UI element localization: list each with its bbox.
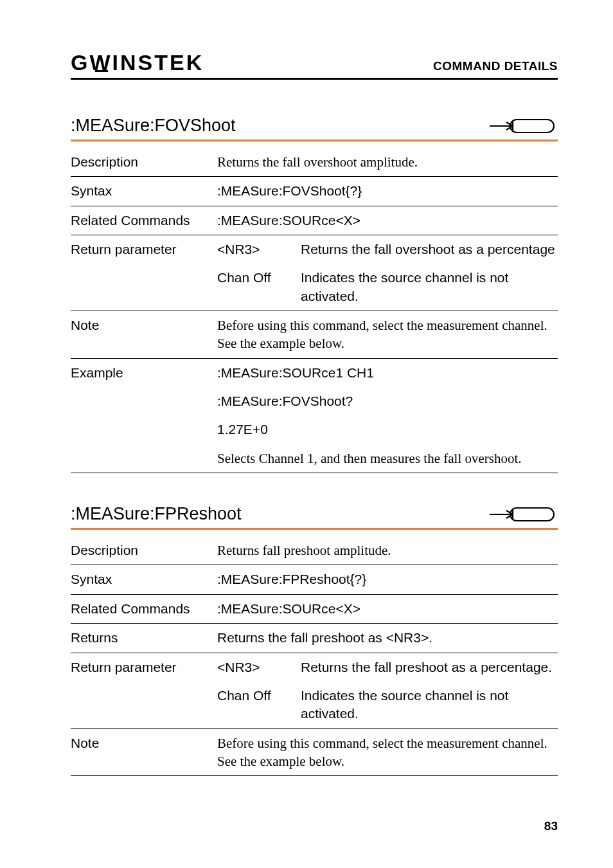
row-label: Example <box>71 358 217 387</box>
row-value: Before using this command, select the me… <box>217 728 558 776</box>
table-row: Syntax:MEASure:FPReshoot{?} <box>71 565 558 594</box>
row-value: :MEASure:SOURce1 CH1 <box>217 358 558 387</box>
row-value: Returns the fall overshoot amplitude. <box>217 148 558 177</box>
param-desc: Indicates the source channel is not acti… <box>301 682 558 728</box>
logo-underline <box>95 70 108 72</box>
row-value: Returns the fall preshoot as <NR3>. <box>217 624 558 653</box>
table-row: DescriptionReturns the fall overshoot am… <box>71 148 558 177</box>
row-value: :MEASure:FPReshoot{?} <box>217 565 558 594</box>
row-value: Returns fall preshoot amplitude. <box>217 536 558 565</box>
command-heading: :MEASure:FPReshoot <box>71 504 558 530</box>
row-label <box>71 682 217 728</box>
logo-text: GWINSTEK <box>71 50 204 75</box>
table-row: Syntax:MEASure:FOVShoot{?} <box>71 177 558 206</box>
row-label <box>71 387 217 415</box>
table-row: ReturnsReturns the fall preshoot as <NR3… <box>71 624 558 653</box>
query-icon <box>488 505 558 523</box>
command-title: :MEASure:FPReshoot <box>71 504 242 524</box>
header-bar: GWINSTEK COMMAND DETAILS <box>71 50 558 80</box>
table-row: Chan OffIndicates the source channel is … <box>71 682 558 728</box>
row-value: Before using this command, select the me… <box>217 311 558 359</box>
row-value: 1.27E+0 <box>217 415 558 444</box>
row-value: :MEASure:FOVShoot? <box>217 387 558 415</box>
row-label <box>71 264 217 311</box>
table-row: :MEASure:FOVShoot? <box>71 387 558 415</box>
table-row: Selects Channel 1, and then measures the… <box>71 444 558 473</box>
row-label <box>71 415 217 444</box>
table-row: Related Commands:MEASure:SOURce<X> <box>71 594 558 623</box>
row-value: :MEASure:FOVShoot{?} <box>217 177 558 206</box>
table-row: Return parameter<NR3>Returns the fall pr… <box>71 653 558 682</box>
table-row: NoteBefore using this command, select th… <box>71 311 558 359</box>
row-label: Return parameter <box>71 653 217 682</box>
param-key: Chan Off <box>217 682 301 728</box>
param-desc: Returns the fall overshoot as a percenta… <box>301 235 558 264</box>
row-label: Returns <box>71 624 217 653</box>
table-row: Return parameter<NR3>Returns the fall ov… <box>71 235 558 264</box>
table-row: Related Commands:MEASure:SOURce<X> <box>71 206 558 235</box>
row-label: Related Commands <box>71 206 217 235</box>
param-key: Chan Off <box>217 264 301 311</box>
param-key: <NR3> <box>217 653 301 682</box>
page-content: :MEASure:FOVShootDescriptionReturns the … <box>71 116 558 776</box>
param-desc: Indicates the source channel is not acti… <box>301 264 558 311</box>
row-value: :MEASure:SOURce<X> <box>217 594 558 623</box>
brand-logo: GWINSTEK <box>71 50 204 75</box>
row-value: :MEASure:SOURce<X> <box>217 206 558 235</box>
command-title: :MEASure:FOVShoot <box>71 116 236 136</box>
table-row: NoteBefore using this command, select th… <box>71 728 558 776</box>
table-row: DescriptionReturns fall preshoot amplitu… <box>71 536 558 565</box>
spec-table: DescriptionReturns fall preshoot amplitu… <box>71 536 558 776</box>
page-number: 83 <box>544 819 558 833</box>
query-icon <box>488 117 558 135</box>
row-label: Syntax <box>71 565 217 594</box>
param-key: <NR3> <box>217 235 301 264</box>
row-label: Note <box>71 311 217 359</box>
row-label <box>71 444 217 473</box>
table-row: Chan OffIndicates the source channel is … <box>71 264 558 311</box>
section-label: COMMAND DETAILS <box>433 59 558 73</box>
param-desc: Returns the fall preshoot as a percentag… <box>301 653 558 682</box>
row-label: Description <box>71 536 217 565</box>
spec-table: DescriptionReturns the fall overshoot am… <box>71 148 558 473</box>
row-label: Note <box>71 728 217 776</box>
table-row: 1.27E+0 <box>71 415 558 444</box>
row-value: Selects Channel 1, and then measures the… <box>217 444 558 473</box>
row-label: Description <box>71 148 217 177</box>
table-row: Example:MEASure:SOURce1 CH1 <box>71 358 558 387</box>
row-label: Return parameter <box>71 235 217 264</box>
row-label: Syntax <box>71 177 217 206</box>
command-heading: :MEASure:FOVShoot <box>71 116 558 141</box>
row-label: Related Commands <box>71 594 217 623</box>
